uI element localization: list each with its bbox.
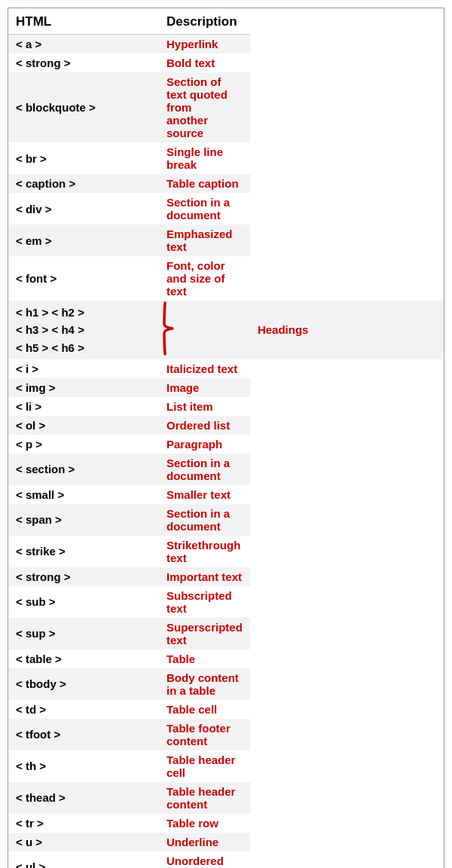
brace-icon bbox=[162, 301, 179, 356]
table-row: < sub >Subscripted text bbox=[8, 586, 444, 618]
table-row: < ul >Unordered list bbox=[8, 851, 444, 868]
table-row: < section >Section in a document bbox=[8, 454, 444, 485]
table-row: < p >Paragraph bbox=[8, 435, 444, 454]
table-row: < em >Emphasized text bbox=[8, 225, 444, 256]
html-tag-cell: < sub > bbox=[8, 586, 159, 618]
description-cell: Section in a document bbox=[159, 504, 250, 536]
description-cell: Italicized text bbox=[159, 359, 250, 378]
description-cell: Unordered list bbox=[159, 851, 250, 868]
html-column-header: HTML bbox=[8, 8, 159, 35]
html-tag-cell: < img > bbox=[8, 378, 159, 397]
description-cell: Table header cell bbox=[159, 750, 250, 782]
description-cell: Font, color and size of text bbox=[159, 256, 250, 301]
html-tag-cell: < span > bbox=[8, 504, 159, 536]
description-cell: Bold text bbox=[159, 53, 250, 72]
description-cell: Body content in a table bbox=[159, 668, 250, 700]
description-cell: Table row bbox=[159, 814, 250, 833]
html-tag-cell: < blockquote > bbox=[8, 72, 159, 142]
table-row: < caption >Table caption bbox=[8, 174, 444, 193]
brace-cell bbox=[159, 301, 250, 359]
html-tag-cell: < strong > bbox=[8, 53, 159, 72]
description-cell: Image bbox=[159, 378, 250, 397]
table-row: < tr >Table row bbox=[8, 814, 444, 833]
table-row: < span >Section in a document bbox=[8, 504, 444, 536]
table-row: < tbody >Body content in a table bbox=[8, 668, 444, 700]
table-row: < strike >Strikethrough text bbox=[8, 536, 444, 567]
table-row: < small >Smaller text bbox=[8, 485, 444, 504]
html-tag-cell: < caption > bbox=[8, 174, 159, 193]
description-cell: Single line break bbox=[159, 142, 250, 174]
description-cell: Underline bbox=[159, 833, 250, 851]
headings-description-cell: Headings bbox=[250, 301, 444, 359]
description-cell: Subscripted text bbox=[159, 586, 250, 618]
html-tag-cell: < thead > bbox=[8, 782, 159, 814]
description-cell: Hyperlink bbox=[159, 35, 250, 54]
table-row: < font >Font, color and size of text bbox=[8, 256, 444, 301]
description-cell: Superscripted text bbox=[159, 618, 250, 649]
html-tag-cell: < tbody > bbox=[8, 668, 159, 700]
table-row: < div >Section in a document bbox=[8, 193, 444, 225]
html-tag-cell: < td > bbox=[8, 700, 159, 719]
description-cell: Emphasized text bbox=[159, 225, 250, 256]
table-row: < strong >Bold text bbox=[8, 53, 444, 72]
description-cell: Section in a document bbox=[159, 454, 250, 485]
description-cell: Smaller text bbox=[159, 485, 250, 504]
table-header-row: HTML Description bbox=[8, 8, 444, 35]
html-tag-cell: < strike > bbox=[8, 536, 159, 567]
description-cell: Strikethrough text bbox=[159, 536, 250, 567]
html-tag-cell: < ul > bbox=[8, 851, 159, 868]
description-cell: Table cell bbox=[159, 700, 250, 719]
table-row-headings: < h1 > < h2 >< h3 > < h4 >< h5 > < h6 >H… bbox=[8, 301, 444, 359]
table-row: < sup >Superscripted text bbox=[8, 618, 444, 649]
table-row: < strong >Important text bbox=[8, 567, 444, 586]
table-row: < a >Hyperlink bbox=[8, 35, 444, 54]
html-tag-cell: < p > bbox=[8, 435, 159, 454]
html-tag-cell: < br > bbox=[8, 142, 159, 174]
html-tag-cell: < small > bbox=[8, 485, 159, 504]
heading-tag-line: < h3 > < h4 > bbox=[16, 321, 84, 338]
html-tag-cell: < strong > bbox=[8, 567, 159, 586]
table-row: < table >Table bbox=[8, 649, 444, 668]
html-tag-cell: < ol > bbox=[8, 416, 159, 435]
desc-column-header: Description bbox=[159, 8, 250, 35]
html-tag-cell: < section > bbox=[8, 454, 159, 485]
table-row-blockquote: < blockquote >Section of text quoted fro… bbox=[8, 72, 444, 142]
html-tag-cell: < table > bbox=[8, 649, 159, 668]
table-row: < li >List item bbox=[8, 397, 444, 416]
html-tag-cell: < tr > bbox=[8, 814, 159, 833]
table-row: < ol >Ordered list bbox=[8, 416, 444, 435]
description-cell: Table footer content bbox=[159, 719, 250, 750]
html-reference-table: HTML Description < a >Hyperlink< strong … bbox=[8, 8, 444, 868]
html-tag-cell: < u > bbox=[8, 833, 159, 851]
html-tag-cell: < li > bbox=[8, 397, 159, 416]
heading-tag-line: < h5 > < h6 > bbox=[16, 339, 84, 356]
html-tag-headings-cell: < h1 > < h2 >< h3 > < h4 >< h5 > < h6 > bbox=[8, 301, 159, 359]
table-row: < img >Image bbox=[8, 378, 444, 397]
heading-tag-line: < h1 > < h2 > bbox=[16, 304, 84, 321]
description-cell: Paragraph bbox=[159, 435, 250, 454]
table-row: < th >Table header cell bbox=[8, 750, 444, 782]
description-cell: Table bbox=[159, 649, 250, 668]
html-tag-cell: < font > bbox=[8, 256, 159, 301]
html-tag-cell: < sup > bbox=[8, 618, 159, 649]
description-cell: Table header content bbox=[159, 782, 250, 814]
description-cell: Ordered list bbox=[159, 416, 250, 435]
table-row: < i >Italicized text bbox=[8, 359, 444, 378]
html-tag-cell: < i > bbox=[8, 359, 159, 378]
description-cell: List item bbox=[159, 397, 250, 416]
table-row: < tfoot >Table footer content bbox=[8, 719, 444, 750]
table-row: < u >Underline bbox=[8, 833, 444, 851]
html-tag-cell: < th > bbox=[8, 750, 159, 782]
html-tag-cell: < a > bbox=[8, 35, 159, 54]
html-tag-cell: < em > bbox=[8, 225, 159, 256]
description-cell: Table caption bbox=[159, 174, 250, 193]
description-cell: Important text bbox=[159, 567, 250, 586]
description-cell: Section in a document bbox=[159, 193, 250, 225]
table-row: < thead >Table header content bbox=[8, 782, 444, 814]
description-cell: Section of text quoted fromanother sourc… bbox=[159, 72, 250, 142]
table-row: < td >Table cell bbox=[8, 700, 444, 719]
html-tag-cell: < tfoot > bbox=[8, 719, 159, 750]
table-row: < br >Single line break bbox=[8, 142, 444, 174]
html-tag-cell: < div > bbox=[8, 193, 159, 225]
